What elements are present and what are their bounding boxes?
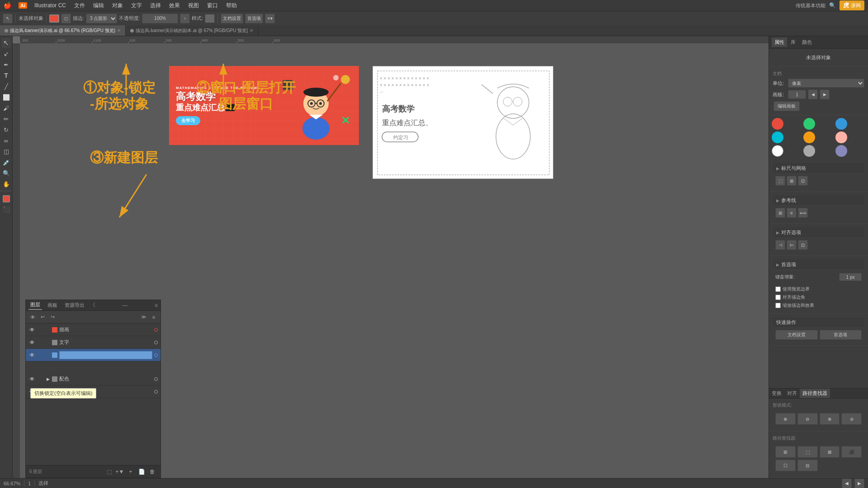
next-artboard-btn[interactable]: ▶ bbox=[820, 89, 830, 99]
color-gray[interactable] bbox=[803, 145, 815, 157]
rpanel-tab-library[interactable]: 库 bbox=[788, 38, 798, 47]
new-layer-2-btn[interactable]: 📄 bbox=[137, 467, 146, 476]
bottom-tab-pathfinder[interactable]: 路径查找器 bbox=[800, 389, 830, 398]
ruler-icon-1[interactable]: ⬚ bbox=[775, 176, 785, 186]
selection-tool-btn[interactable]: ↖ bbox=[3, 14, 13, 23]
layer-eye-miaohua[interactable]: 👁 bbox=[28, 327, 36, 333]
prev-artboard-btn[interactable]: ◀ bbox=[808, 89, 818, 99]
panel-tab-layers[interactable]: 图层 bbox=[28, 300, 42, 310]
style-swatch[interactable] bbox=[205, 14, 215, 23]
quick-prefs-btn[interactable]: 首选项 bbox=[820, 330, 862, 340]
menu-window[interactable]: 窗口 bbox=[203, 1, 222, 10]
align-expand[interactable]: ▶ bbox=[776, 230, 779, 235]
search-icon[interactable]: 🔍 bbox=[829, 2, 836, 9]
guides-expand[interactable]: ▶ bbox=[776, 198, 779, 203]
color-cyan[interactable] bbox=[772, 131, 783, 143]
tab-2-close[interactable]: ✕ bbox=[250, 28, 253, 33]
doc-settings-toolbar-btn[interactable]: 文档设置 bbox=[221, 14, 243, 23]
canvas-area[interactable]: 300 1200 1100 100 200 400 500 600 bbox=[13, 36, 769, 478]
exclude-btn[interactable]: ⊘ bbox=[841, 413, 862, 425]
new-layer-btn[interactable]: + bbox=[126, 467, 135, 476]
pencil-tool[interactable]: ✏ bbox=[1, 114, 11, 124]
color-blue[interactable] bbox=[835, 118, 847, 130]
layer-name-editing-input[interactable] bbox=[59, 351, 152, 359]
align-center-btn[interactable]: ⊢ bbox=[787, 240, 797, 250]
stroke-type-select[interactable]: 3 点圆形 bbox=[86, 14, 117, 23]
layer-row-miaohuas[interactable]: 👁 描画 bbox=[26, 324, 160, 336]
layers-tool-arrow2[interactable]: ↪ bbox=[48, 313, 57, 321]
guide-icon-2[interactable]: ≡ bbox=[787, 208, 797, 218]
blend-tool[interactable]: ∞ bbox=[1, 136, 11, 145]
gradient-tool[interactable]: ◫ bbox=[1, 146, 11, 156]
panel-menu-btn[interactable]: ≡ bbox=[155, 302, 158, 309]
unite-btn[interactable]: ⊕ bbox=[775, 413, 796, 425]
zoom-level[interactable]: 66.67% bbox=[4, 481, 20, 486]
trim-btn[interactable]: ⬚ bbox=[797, 446, 818, 458]
prefs-expand[interactable]: ▶ bbox=[776, 263, 779, 267]
layers-menu-btn[interactable]: ≫ bbox=[140, 313, 148, 321]
menu-object[interactable]: 对象 bbox=[108, 1, 127, 10]
color-pink[interactable] bbox=[835, 131, 847, 143]
artboard-input[interactable] bbox=[788, 90, 806, 99]
new-sublayer-btn[interactable]: +▼ bbox=[115, 467, 124, 476]
menu-text[interactable]: 文字 bbox=[127, 1, 146, 10]
color-green[interactable] bbox=[803, 118, 815, 130]
snap-corners-checkbox[interactable] bbox=[775, 295, 781, 300]
rulers-expand[interactable]: ▶ bbox=[776, 166, 779, 171]
rotate-tool[interactable]: ↻ bbox=[1, 125, 11, 135]
screen-mode[interactable]: ⬛ bbox=[1, 204, 11, 214]
color-orange[interactable] bbox=[803, 131, 815, 143]
menu-effects[interactable]: 效果 bbox=[165, 1, 184, 10]
merge-btn[interactable]: ⊠ bbox=[820, 446, 840, 458]
select-tool[interactable]: ↖ bbox=[1, 38, 11, 48]
menu-illustrator[interactable]: Illustrator CC bbox=[31, 1, 70, 9]
rpanel-tab-color[interactable]: 颜色 bbox=[799, 38, 815, 47]
bottom-tab-align[interactable]: 对齐 bbox=[784, 389, 800, 398]
ruler-icon-2[interactable]: ⊞ bbox=[787, 176, 797, 186]
apple-menu[interactable]: 🍎 bbox=[4, 2, 11, 9]
banner-cta[interactable]: 去学习 bbox=[176, 116, 200, 125]
delete-layer-btn[interactable]: 🗑 bbox=[148, 467, 157, 476]
zoom-tool[interactable]: 🔍 bbox=[1, 168, 11, 178]
menu-file[interactable]: 文件 bbox=[71, 1, 89, 10]
type-tool[interactable]: T bbox=[1, 70, 11, 80]
align-right-btn[interactable]: ⊡ bbox=[798, 240, 808, 250]
color-red[interactable] bbox=[772, 118, 783, 130]
divide-btn[interactable]: ⊞ bbox=[775, 446, 796, 458]
fill-btn[interactable] bbox=[49, 14, 59, 23]
hand-tool[interactable]: ✋ bbox=[1, 179, 11, 189]
bottom-tab-transform[interactable]: 变换 bbox=[769, 389, 784, 398]
make-clipping-btn[interactable]: ⬚ bbox=[104, 467, 113, 476]
arrange-btn[interactable]: ≡▾ bbox=[265, 14, 275, 23]
stroke-btn[interactable]: ◻ bbox=[61, 14, 71, 23]
line-tool[interactable]: ╱ bbox=[1, 81, 11, 91]
minus-front-btn[interactable]: ⊖ bbox=[797, 413, 818, 425]
align-left-btn[interactable]: ⊣ bbox=[775, 240, 785, 250]
menu-edit[interactable]: 编辑 bbox=[90, 1, 108, 10]
guide-icon-3[interactable]: ⟺ bbox=[798, 208, 808, 218]
tab-1[interactable]: 描边风-banner演示稿.ai @ 66.67% (RGB/GPU 预览) ✕ bbox=[0, 25, 126, 36]
minus-back-btn[interactable]: ⊟ bbox=[797, 460, 818, 471]
panel-tab-artboards[interactable]: 画板 bbox=[46, 301, 59, 310]
brush-tool[interactable]: 🖌 bbox=[1, 103, 11, 113]
layer-row-editing[interactable]: 👁 bbox=[26, 349, 160, 361]
menu-select[interactable]: 选择 bbox=[146, 1, 165, 10]
direct-select-tool[interactable]: ↙ bbox=[1, 49, 11, 59]
intersect-btn[interactable]: ⊗ bbox=[820, 413, 840, 425]
opacity-arrow[interactable]: › bbox=[180, 14, 190, 23]
quick-doc-settings-btn[interactable]: 文档设置 bbox=[775, 330, 818, 340]
layer-eye-wenzi[interactable]: 👁 bbox=[28, 339, 36, 346]
layers-more-btn[interactable]: ≡ bbox=[150, 313, 158, 321]
unit-select[interactable]: 像素 bbox=[788, 79, 864, 88]
ruler-icon-3[interactable]: ⊡ bbox=[798, 176, 808, 186]
layer-expand-peise[interactable]: ▶ bbox=[46, 377, 50, 381]
edit-artboard-btn[interactable]: 编辑画板 bbox=[774, 101, 800, 111]
tab-1-close[interactable]: ✕ bbox=[117, 28, 121, 33]
kbd-input[interactable] bbox=[839, 273, 862, 281]
eyedropper-tool[interactable]: 💉 bbox=[1, 157, 11, 167]
panel-tab-export[interactable]: 资源导出 bbox=[63, 301, 86, 310]
fill-tool[interactable] bbox=[3, 195, 10, 202]
layers-tool-arrow1[interactable]: ↩ bbox=[38, 313, 47, 321]
menu-help[interactable]: 帮助 bbox=[222, 1, 241, 10]
guide-icon-1[interactable]: ⊞ bbox=[775, 208, 785, 218]
